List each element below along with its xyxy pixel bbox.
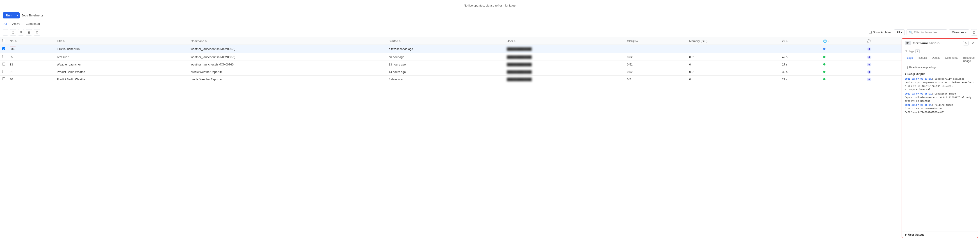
header-row: Run ▾ Jobs Timeline ▲	[0, 11, 980, 20]
row-checkbox-36[interactable]	[2, 47, 5, 50]
row-checkbox-35[interactable]	[2, 55, 5, 58]
network-sort-icon: ⇅	[827, 40, 829, 43]
run-button-main[interactable]: Run	[3, 13, 14, 19]
row-checkbox-cell-31	[0, 68, 8, 76]
show-archived-label: Show Archived	[869, 31, 892, 34]
show-archived-checkbox[interactable]	[869, 31, 872, 34]
hide-timestamp-label: Hide timestamp in logs	[909, 66, 936, 69]
all-dropdown[interactable]: All ▾	[894, 30, 905, 35]
panel-close-button[interactable]: ✕	[970, 41, 975, 46]
row-checkbox-cell-36	[0, 45, 8, 53]
status-dot-36	[823, 48, 826, 50]
log-section: ▾ Setup Output 2022-02-07 03:37:51: Succ…	[902, 70, 978, 231]
jobs-table: No. ⇅ Title ⇅ Command	[0, 37, 902, 83]
table-row[interactable]: 35 Test run 1 weather_launcher2.sh MXM00…	[0, 53, 902, 61]
table-row[interactable]: 31 Predict Berlin Weathe predictWeatherR…	[0, 68, 902, 76]
row-status-36	[821, 45, 865, 53]
time-sort-icon: ⇅	[786, 40, 788, 43]
row-time-33: 27 s	[780, 61, 821, 68]
copy-icon-button[interactable]: ⧉	[18, 29, 24, 36]
setup-output-header[interactable]: ▾ Setup Output	[905, 71, 975, 76]
row-memory-36: –	[687, 45, 780, 53]
panel-tab-logs[interactable]: Logs	[905, 55, 915, 64]
tab-all[interactable]: All	[3, 21, 8, 27]
row-memory-31: 0.01	[687, 68, 780, 76]
panel-options-row: Hide timestamp in logs	[902, 64, 978, 70]
row-comments-36: 0	[865, 45, 902, 53]
row-comments-33: 0	[865, 61, 902, 68]
comment-badge-36: 0	[867, 47, 872, 51]
table-row[interactable]: 33 Weather Launcher weather_launcher.sh …	[0, 61, 902, 68]
panel-tab-results[interactable]: Results	[916, 55, 929, 64]
panel-tab-comments[interactable]: Comments	[943, 55, 960, 64]
row-num-31: 31	[10, 70, 13, 74]
run-button-arrow[interactable]: ▾	[14, 13, 20, 19]
select-all-checkbox[interactable]	[2, 39, 5, 42]
row-id-36: 36	[8, 45, 54, 53]
user-output-label: User Output	[908, 233, 924, 236]
row-checkbox-31[interactable]	[2, 70, 5, 73]
row-user-31: ████████████	[504, 68, 625, 76]
panel-tab-details[interactable]: Details	[929, 55, 942, 64]
panel-run-number: 36	[905, 41, 911, 45]
row-started-30: 4 days ago	[387, 76, 504, 83]
tab-active[interactable]: Active	[11, 21, 21, 27]
row-num-33: 33	[10, 63, 13, 66]
panel-tabs: Logs Results Details Comments Resource U…	[902, 55, 978, 64]
controls-row: ○ ⊙ ⧉ ⊞ ⚙ Show Archived All ▾ 🔍 Filter t…	[0, 27, 980, 37]
main-content: No. ⇅ Title ⇅ Command	[0, 37, 980, 239]
row-user-36: ████████████	[504, 45, 625, 53]
row-checkbox-33[interactable]	[2, 63, 5, 65]
panel-tab-resource-usage[interactable]: Resource Usage	[961, 55, 977, 64]
search-icon: 🔍	[909, 31, 913, 34]
controls-right: Show Archived All ▾ 🔍 Filter table entri…	[869, 29, 977, 36]
row-num-35: 35	[10, 55, 13, 59]
row-id-30: 30	[8, 76, 54, 83]
table-row[interactable]: 36 First launcher run weather_launcher2.…	[0, 45, 902, 53]
filter-search-box[interactable]: 🔍 Filter table entries...	[907, 30, 947, 35]
panel-edit-button[interactable]: ✎	[963, 41, 969, 46]
row-memory-30: 0	[687, 76, 780, 83]
row-started-35: an hour ago	[387, 53, 504, 61]
title-sort-icon: ⇅	[63, 40, 65, 42]
columns-icon-button[interactable]: ⊞	[26, 29, 32, 36]
setup-output-label: Setup Output	[907, 73, 924, 76]
run-button-group: Run ▾	[3, 13, 20, 19]
row-id-33: 33	[8, 61, 54, 68]
row-status-30	[821, 76, 865, 83]
th-memory: Memory (GiB)	[687, 37, 780, 45]
log-timestamp-2: 2022-02-07 03:38:01	[905, 104, 932, 106]
notification-bar: No live updates, please refresh for late…	[3, 2, 977, 9]
user-output-collapse-icon: ▶	[905, 233, 907, 236]
row-title-31: Predict Berlin Weathe	[54, 68, 188, 76]
hide-timestamp-checkbox[interactable]	[905, 66, 908, 69]
tag-icon-button[interactable]: ⊙	[10, 29, 16, 36]
table-row[interactable]: 30 Predict Berlin Weathe predictWeatherR…	[0, 76, 902, 83]
user-output-header[interactable]: ▶ User Output	[902, 231, 978, 237]
entries-dropdown[interactable]: 50 entries ▾	[949, 30, 969, 35]
th-network: 🌐 ⇅	[821, 37, 865, 45]
row-cpu-31: 0.52	[625, 68, 687, 76]
jobs-timeline-icon: ▲	[41, 14, 44, 17]
tab-completed[interactable]: Completed	[25, 21, 41, 27]
row-num-30: 30	[10, 78, 13, 81]
row-command-30: predictWeatherReport.m	[189, 76, 387, 83]
row-command-33: weather_launcher.sh MXM00760	[189, 61, 387, 68]
main-tabs: All Active Completed	[0, 20, 980, 27]
add-tag-button[interactable]: +	[915, 49, 920, 53]
row-checkbox-30[interactable]	[2, 78, 5, 80]
row-num-badge-36: 36	[10, 47, 16, 51]
jobs-timeline-button[interactable]: Jobs Timeline ▲	[22, 14, 43, 17]
log-entry-0: 2022-02-07 03:37:51: Successfully assign…	[905, 78, 975, 92]
filter-placeholder-text: Filter table entries...	[914, 31, 940, 34]
setup-output-collapse-icon: ▾	[905, 73, 906, 76]
gear-icon-button[interactable]: ⚙	[34, 29, 40, 36]
circle-icon-button[interactable]: ○	[3, 29, 8, 36]
status-dot-33	[823, 63, 826, 65]
th-time: ⏱ ⇅	[780, 37, 821, 45]
jobs-timeline-label: Jobs Timeline	[22, 14, 40, 17]
comment-badge-31: 0	[867, 70, 872, 74]
table-view-button[interactable]: ⊡	[971, 29, 977, 36]
row-command-31: predictWeatherReport.m	[189, 68, 387, 76]
th-title: Title ⇅	[54, 37, 188, 45]
